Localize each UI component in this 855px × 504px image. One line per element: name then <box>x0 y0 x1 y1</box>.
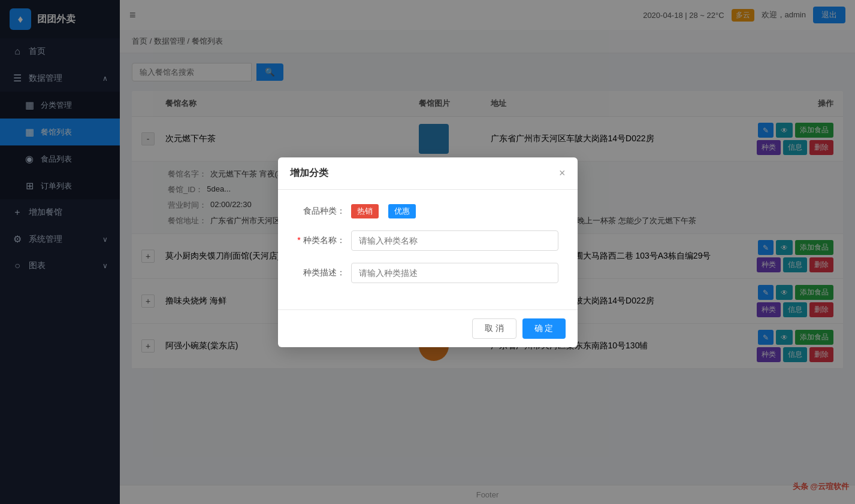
category-name-row: 种类名称： <box>297 230 558 251</box>
tag-discount[interactable]: 优惠 <box>388 204 416 218</box>
food-type-row: 食品种类： 热销 优惠 <box>297 204 558 218</box>
modal-footer: 取 消 确 定 <box>278 309 578 347</box>
modal-close-button[interactable]: × <box>559 167 566 180</box>
cancel-button[interactable]: 取 消 <box>472 318 516 339</box>
category-desc-row: 种类描述： <box>297 263 558 283</box>
category-desc-input[interactable] <box>351 263 558 283</box>
add-category-modal: 增加分类 × 食品种类： 热销 优惠 种类名称： 种类描述： 取 消 确 定 <box>278 157 578 347</box>
food-type-label: 食品种类： <box>297 206 345 217</box>
modal-header: 增加分类 × <box>278 157 578 190</box>
category-desc-label: 种类描述： <box>297 268 345 278</box>
confirm-button[interactable]: 确 定 <box>522 318 566 339</box>
modal-body: 食品种类： 热销 优惠 种类名称： 种类描述： <box>278 190 578 309</box>
tag-hot[interactable]: 热销 <box>351 204 379 218</box>
modal-title: 增加分类 <box>290 167 328 180</box>
modal-overlay: 增加分类 × 食品种类： 热销 优惠 种类名称： 种类描述： 取 消 确 定 <box>0 0 855 504</box>
category-name-input[interactable] <box>351 230 558 251</box>
category-name-label: 种类名称： <box>297 235 345 246</box>
